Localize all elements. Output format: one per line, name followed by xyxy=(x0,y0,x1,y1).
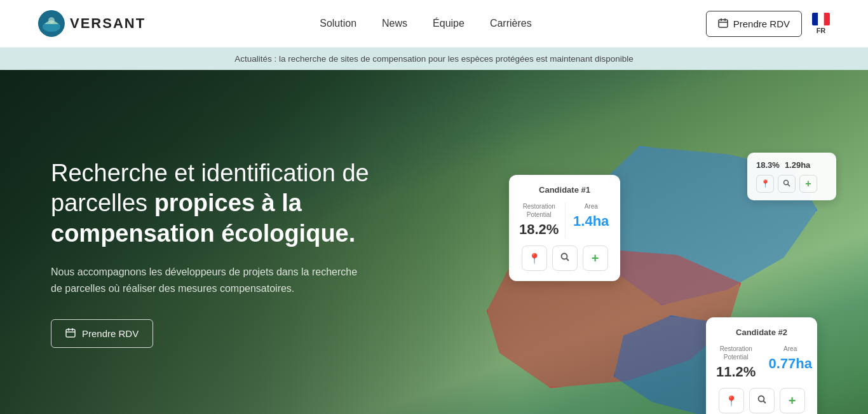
candidate2-search-button[interactable] xyxy=(749,388,775,413)
candidate2-add-button[interactable]: + xyxy=(780,388,805,413)
navbar-rdv-button[interactable]: Prendre RDV xyxy=(706,11,802,37)
svg-point-2 xyxy=(48,17,55,24)
svg-line-19 xyxy=(763,401,766,404)
candidate-card-1: Candidate #1 Restoration Potential 18.2%… xyxy=(509,175,620,281)
svg-line-17 xyxy=(566,259,569,261)
hero-subtitle: Nous accompagnons les développeurs de pr… xyxy=(51,264,369,296)
svg-rect-3 xyxy=(719,20,728,27)
map-pin-icon: 📍 xyxy=(528,252,541,265)
svg-point-10 xyxy=(784,180,789,184)
nav-item-solution[interactable]: Solution xyxy=(320,18,356,29)
svg-rect-7 xyxy=(812,13,818,25)
mini-action-buttons: 📍 + xyxy=(756,175,827,193)
calendar-icon xyxy=(718,18,728,30)
candidate1-restoration: Restoration Potential 18.2% xyxy=(519,202,559,238)
mini-metrics: 18.3% 1.29ha xyxy=(756,160,827,170)
announcement-bar: Actualités : la recherche de sites de co… xyxy=(0,48,868,70)
nav-menu: Solution News Équipe Carrières xyxy=(320,18,531,29)
candidate1-actions: 📍 + xyxy=(519,245,610,271)
candidate1-metrics: Restoration Potential 18.2% Area 1.4ha xyxy=(519,202,610,238)
candidate2-metrics: Restoration Potential 11.2% Area 0.77ha xyxy=(716,345,807,380)
navbar: VERSANT Solution News Équipe Carrières P… xyxy=(0,0,868,48)
candidate2-area: Area 0.77ha xyxy=(768,345,812,380)
svg-rect-12 xyxy=(66,329,75,337)
svg-point-16 xyxy=(561,254,567,259)
search-icon xyxy=(560,252,570,265)
logo[interactable]: VERSANT xyxy=(38,10,146,37)
candidate1-area: Area 1.4ha xyxy=(572,202,610,238)
nav-item-carrieres[interactable]: Carrières xyxy=(490,18,532,29)
mini-add-button[interactable]: + xyxy=(799,175,817,193)
svg-rect-9 xyxy=(824,13,830,25)
mini-search-button[interactable] xyxy=(778,175,796,193)
candidate-card-2: Candidate #2 Restoration Potential 11.2%… xyxy=(706,317,817,414)
map-pin-icon: 📍 xyxy=(761,179,770,188)
candidate2-map-button[interactable]: 📍 xyxy=(719,388,744,413)
hero-calendar-icon xyxy=(65,328,76,340)
candidate2-title: Candidate #2 xyxy=(716,328,807,337)
candidate1-add-button[interactable]: + xyxy=(583,245,608,271)
mini-map-pin-button[interactable]: 📍 xyxy=(756,175,774,193)
navbar-right: Prendre RDV FR xyxy=(706,11,830,37)
svg-rect-8 xyxy=(818,13,824,25)
hero-content: Recherche et identification de parcelles… xyxy=(0,70,432,414)
hero-section: 18.3% 1.29ha 📍 + Recherche et identifica… xyxy=(0,70,868,414)
nav-item-news[interactable]: News xyxy=(382,18,407,29)
mini-candidate-card: 18.3% 1.29ha 📍 + xyxy=(747,153,836,200)
svg-line-11 xyxy=(788,184,790,186)
candidate1-title: Candidate #1 xyxy=(519,185,610,195)
logo-text: VERSANT xyxy=(70,15,146,32)
map-pin-icon: 📍 xyxy=(725,395,738,407)
language-selector[interactable]: FR xyxy=(812,13,830,34)
nav-item-equipe[interactable]: Équipe xyxy=(433,18,465,29)
candidate2-actions: 📍 + xyxy=(716,388,807,413)
card1-divider xyxy=(565,202,566,238)
logo-icon xyxy=(38,10,65,37)
hero-title: Recherche et identification de parcelles… xyxy=(51,158,381,249)
hero-rdv-button[interactable]: Prendre RDV xyxy=(51,319,153,348)
svg-point-18 xyxy=(758,396,764,402)
candidate1-map-button[interactable]: 📍 xyxy=(522,245,547,271)
candidate2-restoration: Restoration Potential 11.2% xyxy=(716,345,756,380)
search-icon xyxy=(783,179,790,189)
search-icon xyxy=(757,394,767,407)
candidate1-search-button[interactable] xyxy=(552,245,578,271)
